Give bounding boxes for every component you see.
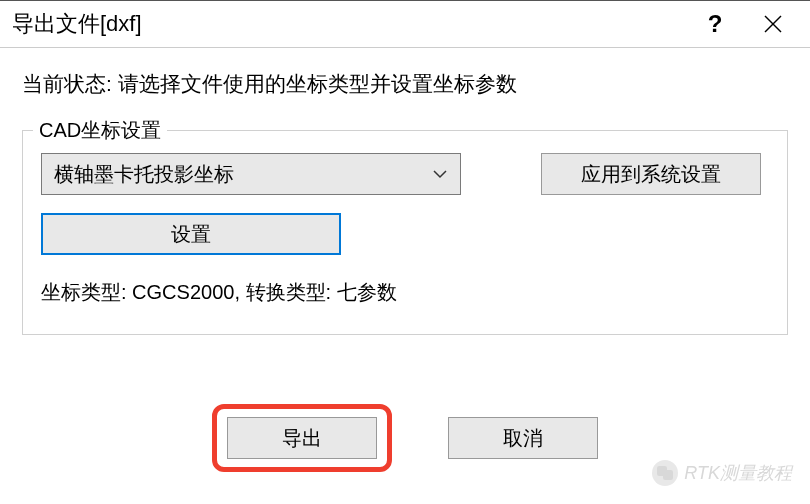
cancel-wrap: 取消: [448, 404, 598, 472]
cad-settings-legend: CAD坐标设置: [33, 117, 167, 144]
dialog-buttons: 导出 取消: [0, 404, 810, 472]
cad-row-1: 横轴墨卡托投影坐标 应用到系统设置: [41, 153, 769, 195]
cancel-button[interactable]: 取消: [448, 417, 598, 459]
titlebar: 导出文件[dxf] ?: [0, 0, 810, 48]
projection-value: 横轴墨卡托投影坐标: [54, 161, 234, 188]
status-line: 当前状态: 请选择文件使用的坐标类型并设置坐标参数: [22, 70, 788, 98]
window-title: 导出文件[dxf]: [12, 9, 686, 39]
cad-settings-group: CAD坐标设置 横轴墨卡托投影坐标 应用到系统设置 设置 坐标类型: CGCS2…: [22, 130, 788, 335]
export-button[interactable]: 导出: [227, 417, 377, 459]
projection-dropdown[interactable]: 横轴墨卡托投影坐标: [41, 153, 461, 195]
help-button[interactable]: ?: [686, 1, 744, 47]
dialog-content: 当前状态: 请选择文件使用的坐标类型并设置坐标参数 CAD坐标设置 横轴墨卡托投…: [0, 48, 810, 335]
coordinate-info: 坐标类型: CGCS2000, 转换类型: 七参数: [41, 279, 769, 306]
close-icon: [764, 15, 782, 33]
apply-to-system-button[interactable]: 应用到系统设置: [541, 153, 761, 195]
status-text: 请选择文件使用的坐标类型并设置坐标参数: [118, 72, 517, 95]
close-button[interactable]: [744, 1, 802, 47]
status-label: 当前状态:: [22, 72, 118, 95]
settings-button[interactable]: 设置: [41, 213, 341, 255]
export-highlight: 导出: [212, 404, 392, 472]
chevron-down-icon: [432, 166, 448, 182]
